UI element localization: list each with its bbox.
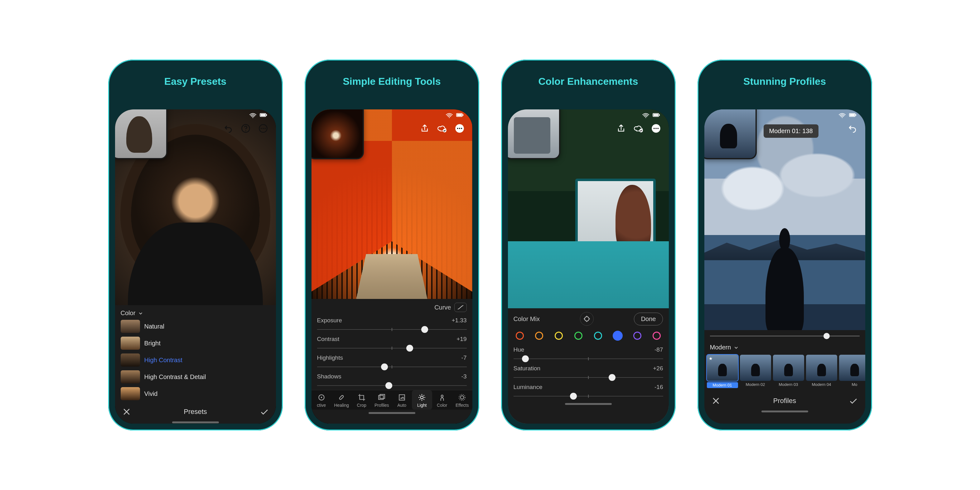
profile-tile[interactable]: Modern 02 [740, 355, 771, 388]
profile-strip[interactable]: ★Modern 01 Modern 02 Modern 03 Modern 04… [704, 353, 865, 391]
tool-healing[interactable]: Healing [331, 390, 352, 410]
saturation-slider[interactable] [514, 374, 663, 381]
status-bar [642, 113, 660, 118]
screen-title: Color Enhancements [508, 76, 669, 87]
more-icon[interactable] [454, 123, 465, 134]
tool-light[interactable]: Light [412, 390, 432, 410]
wifi-icon [838, 113, 846, 118]
profile-tile[interactable]: Modern 04 [806, 355, 837, 388]
svg-rect-41 [855, 114, 856, 116]
preset-item[interactable]: High Contrast & Detail [115, 368, 276, 385]
luminance-slider[interactable] [514, 393, 663, 400]
color-swatch-yellow[interactable] [554, 331, 564, 341]
tool-label: Healing [334, 403, 349, 408]
preset-item[interactable]: Vivid [115, 385, 276, 402]
original-thumbnail[interactable] [312, 110, 364, 159]
profile-tile[interactable]: Modern 03 [773, 355, 804, 388]
preset-item[interactable]: Natural [115, 318, 276, 335]
curve-button[interactable] [454, 303, 467, 312]
undo-icon[interactable] [847, 123, 858, 134]
slider-label: Saturation [514, 365, 541, 372]
svg-point-20 [321, 397, 322, 398]
svg-point-10 [449, 117, 450, 118]
color-swatch-aqua[interactable] [593, 331, 603, 341]
slider-label: Hue [514, 346, 525, 353]
cloud-check-icon[interactable] [633, 123, 644, 134]
share-icon[interactable] [419, 123, 430, 134]
color-swatch-green[interactable] [573, 331, 583, 341]
profile-amount-slider[interactable] [710, 332, 860, 340]
tool-effects[interactable]: Effects [452, 390, 473, 410]
tool-color[interactable]: Color [432, 390, 452, 410]
svg-point-25 [421, 396, 423, 399]
svg-point-27 [461, 396, 464, 399]
cancel-button[interactable] [711, 396, 721, 406]
wifi-icon [445, 113, 453, 118]
svg-rect-32 [653, 114, 658, 116]
more-icon[interactable] [258, 123, 269, 134]
status-bar [249, 113, 267, 118]
color-swatch-blue[interactable] [613, 331, 623, 341]
color-swatch-red[interactable] [515, 331, 525, 341]
tool-label: Auto [397, 403, 406, 408]
profile-tile[interactable]: Mo [839, 355, 865, 388]
home-indicator[interactable] [172, 422, 219, 423]
home-indicator[interactable] [369, 412, 415, 414]
tool-crop[interactable]: Crop [352, 390, 372, 410]
original-thumbnail[interactable] [115, 110, 167, 159]
color-swatch-purple[interactable] [632, 331, 642, 341]
profile-group-dropdown[interactable]: Modern [704, 340, 865, 353]
color-swatch-row [508, 326, 669, 343]
color-swatch-magenta[interactable] [652, 331, 662, 341]
chevron-down-icon [733, 345, 739, 350]
undo-icon[interactable] [223, 123, 234, 134]
preset-label: High Contrast [144, 356, 182, 364]
svg-rect-23 [380, 394, 385, 398]
screen-title: Simple Editing Tools [312, 76, 473, 87]
done-button[interactable]: Done [634, 313, 663, 325]
status-bar [838, 113, 856, 118]
contrast-slider[interactable] [317, 344, 467, 352]
cloud-check-icon[interactable] [437, 123, 447, 134]
highlights-slider[interactable] [317, 363, 467, 371]
svg-rect-2 [266, 114, 267, 116]
original-thumbnail[interactable] [704, 110, 757, 159]
tool-selective[interactable]: ctive [312, 390, 332, 410]
help-icon[interactable] [240, 123, 251, 134]
target-adjust-button[interactable] [580, 312, 594, 326]
svg-rect-22 [379, 396, 383, 399]
preset-item[interactable]: Bright [115, 335, 276, 352]
preset-item[interactable]: High Contrast [115, 352, 276, 368]
color-swatch-orange[interactable] [534, 331, 544, 341]
screen-title: Stunning Profiles [704, 76, 865, 87]
profile-tile[interactable]: ★Modern 01 [707, 355, 738, 388]
tool-auto[interactable]: Auto [392, 390, 412, 410]
shadows-slider[interactable] [317, 382, 467, 389]
preset-category-dropdown[interactable]: Color [115, 305, 276, 318]
svg-rect-12 [462, 114, 463, 116]
slider-value: -3 [461, 373, 467, 380]
preset-label: Natural [144, 323, 164, 330]
exposure-slider[interactable] [317, 326, 467, 333]
slider-value: +1.33 [452, 317, 466, 324]
slider-value: -7 [461, 355, 467, 361]
cancel-button[interactable] [122, 407, 131, 417]
svg-rect-24 [399, 395, 404, 400]
preset-label: High Contrast & Detail [144, 374, 206, 380]
more-icon[interactable] [651, 123, 661, 134]
home-indicator[interactable] [761, 410, 808, 412]
tool-label: Color [437, 403, 447, 408]
confirm-button[interactable] [260, 407, 269, 417]
preset-thumb [121, 370, 140, 383]
slider-value: +26 [653, 365, 663, 372]
hue-slider[interactable] [514, 355, 663, 363]
svg-rect-3 [260, 114, 265, 116]
profile-label: Modern 02 [740, 382, 771, 387]
tool-profiles[interactable]: Profiles [372, 390, 392, 410]
confirm-button[interactable] [849, 396, 858, 406]
home-indicator[interactable] [565, 403, 612, 405]
share-icon[interactable] [616, 123, 627, 134]
svg-point-28 [459, 394, 466, 401]
original-thumbnail[interactable] [508, 110, 560, 159]
tool-label: Effects [455, 403, 469, 408]
